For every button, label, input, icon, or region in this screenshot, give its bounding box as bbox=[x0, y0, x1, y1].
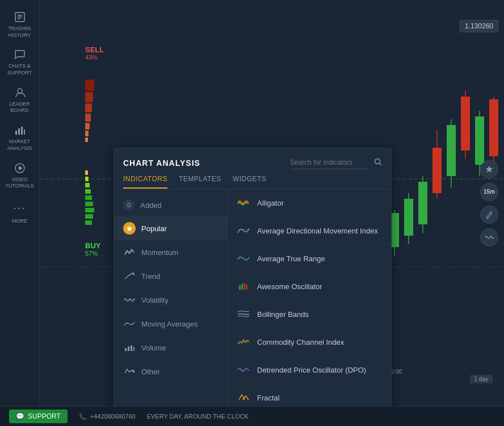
trend-icon bbox=[123, 270, 136, 282]
sidebar-item-chats-support[interactable]: CHATS &SUPPORT bbox=[0, 43, 39, 81]
category-popular-label: Popular bbox=[141, 224, 167, 233]
category-volatility-label: Volatility bbox=[141, 296, 169, 304]
svg-rect-44 bbox=[125, 348, 127, 351]
category-added[interactable]: 0 Added bbox=[114, 194, 227, 216]
svg-rect-46 bbox=[131, 345, 132, 351]
svg-rect-8 bbox=[24, 130, 25, 135]
svg-line-40 bbox=[490, 211, 492, 212]
phone-info: 📞 +442080680760 bbox=[79, 413, 136, 420]
video-tutorials-icon bbox=[13, 161, 27, 175]
chart-controls: 15m bbox=[480, 160, 498, 247]
fractal-label: Fractal bbox=[257, 394, 280, 402]
svg-rect-27 bbox=[432, 148, 442, 193]
sidebar-item-video-tutorials[interactable]: VIDEOTUTORIALS bbox=[0, 157, 39, 194]
pin-button[interactable] bbox=[480, 160, 498, 178]
chats-support-icon bbox=[13, 48, 27, 61]
svg-marker-10 bbox=[19, 166, 23, 170]
category-volume-label: Volume bbox=[141, 344, 166, 352]
sidebar-item-more[interactable]: ··· MORE bbox=[0, 194, 39, 228]
cci-icon bbox=[237, 335, 250, 349]
admi-icon bbox=[237, 224, 250, 237]
categories-list: 0 Added Popular bbox=[114, 189, 228, 406]
svg-rect-6 bbox=[18, 128, 20, 135]
alligator-label: Alligator bbox=[257, 199, 284, 207]
atr-label: Average True Range bbox=[257, 254, 325, 263]
cci-label: Commodity Channel Index bbox=[257, 338, 344, 346]
svg-point-41 bbox=[375, 159, 380, 164]
panel-header: CHART ANALYSIS bbox=[114, 148, 391, 169]
search-input[interactable] bbox=[290, 156, 369, 169]
svg-rect-25 bbox=[418, 182, 427, 224]
category-added-label: Added bbox=[140, 201, 162, 210]
tab-templates[interactable]: TEMPLATES bbox=[179, 175, 221, 189]
support-button[interactable]: 💬 SUPPORT bbox=[9, 410, 68, 423]
indicator-bollinger[interactable]: Bollinger Bands bbox=[228, 300, 391, 328]
indicator-cci[interactable]: Commodity Channel Index bbox=[228, 328, 391, 356]
sell-pct: 43% bbox=[85, 54, 104, 61]
indicator-dpo[interactable]: Detrended Price Oscillator (DPO) bbox=[228, 356, 391, 384]
schedule-text: EVERY DAY, AROUND THE CLOCK bbox=[147, 413, 249, 420]
svg-rect-23 bbox=[404, 199, 413, 236]
category-ma-label: Moving Averages bbox=[141, 320, 198, 328]
svg-point-4 bbox=[18, 89, 22, 93]
tab-widgets[interactable]: WIDGETS bbox=[233, 175, 267, 189]
category-moving-averages[interactable]: Moving Averages bbox=[114, 312, 227, 336]
svg-line-42 bbox=[380, 164, 382, 166]
category-momentum[interactable]: Momentum bbox=[114, 240, 227, 264]
category-trend[interactable]: Trend bbox=[114, 264, 227, 288]
draw-button[interactable] bbox=[480, 206, 498, 224]
sell-label: SELL bbox=[85, 45, 104, 54]
other-icon bbox=[123, 365, 136, 378]
alligator-icon bbox=[237, 196, 250, 210]
indicator-fractal[interactable]: Fractal bbox=[228, 384, 391, 406]
category-popular[interactable]: Popular bbox=[114, 216, 227, 240]
support-label: SUPPORT bbox=[28, 412, 61, 420]
chats-support-label: CHATS &SUPPORT bbox=[7, 63, 32, 76]
svg-rect-31 bbox=[461, 97, 470, 151]
indicator-alligator[interactable]: Alligator bbox=[228, 189, 391, 217]
awesome-label: Awesome Oscillator bbox=[257, 282, 322, 291]
admi-label: Average Directional Movement Index bbox=[257, 227, 378, 235]
buy-pct: 57% bbox=[85, 250, 100, 257]
svg-rect-47 bbox=[133, 347, 135, 351]
search-icon[interactable] bbox=[374, 158, 382, 168]
sidebar-item-trading-history[interactable]: TRADING HISTORY bbox=[0, 6, 39, 43]
indicator-awesome[interactable]: Awesome Oscillator bbox=[228, 273, 391, 300]
sidebar-item-leaderboard[interactable]: LEADERBOARD bbox=[0, 81, 39, 119]
trading-history-icon bbox=[13, 10, 27, 24]
dpo-label: Detrended Price Oscillator (DPO) bbox=[257, 366, 366, 374]
category-other[interactable]: Other bbox=[114, 360, 227, 383]
svg-marker-43 bbox=[127, 225, 132, 231]
indicators-list: Alligator Average Directional Movement I… bbox=[228, 189, 391, 406]
svg-rect-35 bbox=[489, 99, 498, 156]
market-analysis-label: MARKETANALYSIS bbox=[7, 139, 32, 152]
added-badge: 0 bbox=[123, 199, 135, 211]
timeframe-button[interactable]: 15m bbox=[480, 183, 498, 201]
more-icon: ··· bbox=[13, 201, 26, 214]
svg-rect-7 bbox=[21, 127, 23, 135]
category-volatility[interactable]: Volatility bbox=[114, 288, 227, 312]
chart-area: 1.130260 SELL 43% BUY 57% bbox=[40, 0, 504, 406]
sell-indicator: SELL 43% bbox=[85, 45, 104, 61]
bollinger-label: Bollinger Bands bbox=[257, 310, 309, 319]
indicator-atr[interactable]: Average True Range bbox=[228, 245, 391, 273]
indicator-admi[interactable]: Average Directional Movement Index bbox=[228, 217, 391, 245]
tab-indicators[interactable]: INDICATORS bbox=[123, 175, 167, 189]
panel-tabs: INDICATORS TEMPLATES WIDGETS bbox=[114, 169, 391, 189]
moving-averages-icon bbox=[123, 318, 136, 330]
leaderboard-icon bbox=[13, 86, 27, 99]
sidebar-item-market-analysis[interactable]: MARKETANALYSIS bbox=[0, 119, 39, 156]
leaderboard-label: LEADERBOARD bbox=[9, 101, 30, 114]
svg-rect-51 bbox=[246, 285, 247, 290]
search-bar bbox=[290, 156, 382, 169]
trading-history-label: TRADING HISTORY bbox=[2, 26, 37, 39]
price-label: 1.130260 bbox=[460, 20, 498, 32]
bollinger-icon bbox=[237, 307, 250, 321]
category-volume[interactable]: Volume bbox=[114, 336, 227, 360]
more-label: MORE bbox=[12, 218, 27, 224]
atr-icon bbox=[237, 252, 250, 265]
category-other-label: Other bbox=[141, 367, 160, 376]
wave-button[interactable] bbox=[480, 228, 498, 247]
awesome-icon bbox=[237, 279, 250, 293]
volatility-icon bbox=[123, 294, 136, 306]
